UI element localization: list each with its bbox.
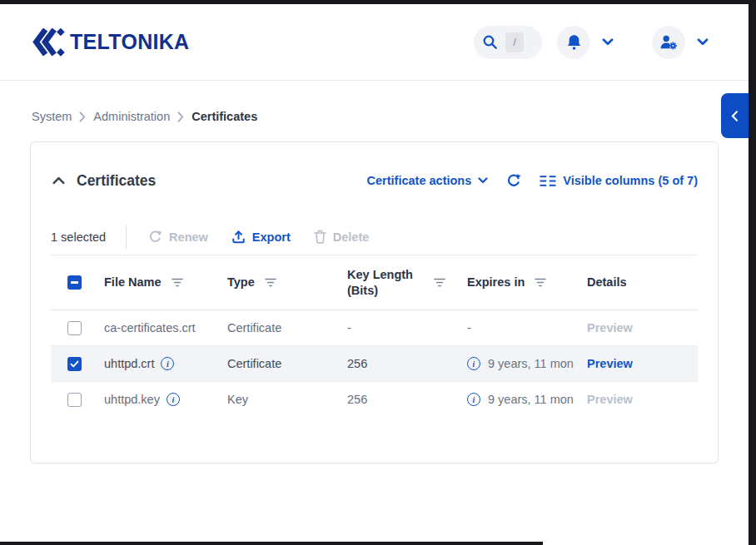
renew-label: Renew bbox=[169, 230, 208, 244]
row-checkbox-checked[interactable] bbox=[67, 357, 82, 371]
export-button[interactable]: Export bbox=[231, 230, 291, 245]
certificate-actions-label: Certificate actions bbox=[367, 174, 472, 187]
select-all-checkbox[interactable] bbox=[67, 275, 82, 290]
cell-key-length: 256 bbox=[347, 357, 467, 370]
card-header: Certificates Certificate actions bbox=[51, 164, 698, 197]
table-header-row: File Name Type bbox=[51, 255, 698, 310]
window-frame-right bbox=[749, 0, 756, 545]
filter-icon bbox=[265, 278, 276, 287]
user-gear-icon bbox=[659, 34, 678, 51]
col-header-file-name: File Name bbox=[104, 275, 162, 290]
window-frame-bottom bbox=[0, 542, 543, 545]
delete-label: Delete bbox=[333, 230, 370, 244]
cell-expires-in: 9 years, 11 mon bbox=[488, 393, 574, 406]
filter-icon bbox=[434, 278, 445, 287]
card-collapse-toggle[interactable] bbox=[51, 175, 67, 186]
account-button[interactable] bbox=[652, 26, 685, 59]
notifications-dropdown-toggle[interactable] bbox=[599, 35, 617, 49]
col-header-type: Type bbox=[227, 275, 255, 290]
cell-expires-in: 9 years, 11 mon bbox=[488, 357, 574, 370]
cell-expires-in: - bbox=[467, 321, 587, 334]
check-icon bbox=[70, 360, 79, 368]
window-frame-top bbox=[0, 0, 756, 4]
cell-file-name: uhttpd.crt bbox=[104, 357, 154, 370]
certificate-actions-button[interactable]: Certificate actions bbox=[367, 174, 489, 187]
visible-columns-label: Visible columns (5 of 7) bbox=[563, 174, 698, 187]
refresh-button[interactable] bbox=[506, 173, 521, 188]
bell-icon bbox=[565, 34, 583, 51]
chevron-down-icon bbox=[697, 38, 709, 46]
col-header-details: Details bbox=[587, 275, 627, 290]
app-header: TELTONIKA / bbox=[0, 4, 749, 81]
filter-key-length-button[interactable] bbox=[432, 276, 447, 289]
search-icon bbox=[482, 34, 498, 50]
teltonika-logo-mark bbox=[32, 28, 70, 57]
card-title: Certificates bbox=[77, 172, 156, 190]
info-icon[interactable]: i bbox=[467, 393, 480, 406]
toolbar-divider bbox=[126, 225, 127, 249]
teltonika-logo: TELTONIKA bbox=[32, 28, 189, 57]
row-checkbox[interactable] bbox=[67, 321, 82, 335]
filter-icon bbox=[535, 278, 546, 287]
info-icon[interactable]: i bbox=[167, 393, 180, 406]
columns-icon bbox=[540, 175, 556, 187]
breadcrumb: System Administration Certificates bbox=[32, 110, 257, 123]
certificates-table: File Name Type bbox=[51, 255, 698, 417]
filter-type-button[interactable] bbox=[263, 276, 278, 289]
cell-file-name: ca-certificates.crt bbox=[104, 321, 227, 334]
chevron-right-icon bbox=[79, 111, 86, 122]
col-header-key-length: Key Length (Bits) bbox=[347, 267, 424, 297]
breadcrumb-current: Certificates bbox=[191, 110, 257, 123]
cell-file-name: uhttpd.key bbox=[104, 393, 160, 406]
preview-link[interactable]: Preview bbox=[587, 357, 633, 370]
table-row: uhttpd.key i Key 256 i 9 years, 11 mon P… bbox=[51, 382, 698, 417]
search-shortcut-badge: / bbox=[505, 32, 524, 52]
cell-key-length: - bbox=[347, 321, 467, 334]
filter-icon bbox=[172, 278, 183, 287]
info-icon[interactable]: i bbox=[467, 357, 480, 370]
preview-link[interactable]: Preview bbox=[587, 393, 633, 406]
account-dropdown-toggle[interactable] bbox=[694, 35, 712, 49]
breadcrumb-system[interactable]: System bbox=[32, 110, 72, 123]
row-checkbox[interactable] bbox=[67, 393, 82, 407]
cell-type: Certificate bbox=[227, 321, 347, 334]
selection-toolbar: 1 selected Renew Export bbox=[51, 219, 698, 255]
notifications-button[interactable] bbox=[557, 26, 590, 59]
preview-link[interactable]: Preview bbox=[587, 321, 633, 334]
export-icon bbox=[231, 230, 246, 245]
table-row-selected: uhttpd.crt i Certificate 256 i 9 years, … bbox=[51, 346, 698, 382]
delete-button[interactable]: Delete bbox=[314, 230, 370, 244]
filter-expires-in-button[interactable] bbox=[533, 276, 548, 289]
renew-button[interactable]: Renew bbox=[148, 230, 208, 244]
chevron-down-icon bbox=[602, 38, 614, 46]
cell-type: Certificate bbox=[227, 357, 347, 370]
trash-icon bbox=[314, 230, 326, 244]
indeterminate-mark bbox=[71, 281, 78, 283]
info-icon[interactable]: i bbox=[161, 357, 174, 370]
certificates-card: Certificates Certificate actions bbox=[30, 141, 719, 463]
export-label: Export bbox=[252, 230, 291, 244]
panel-collapse-button[interactable] bbox=[721, 93, 749, 138]
breadcrumb-administration[interactable]: Administration bbox=[93, 110, 170, 123]
filter-file-name-button[interactable] bbox=[170, 276, 185, 289]
chevron-down-icon bbox=[478, 177, 488, 184]
col-header-expires-in: Expires in bbox=[467, 275, 525, 290]
chevron-up-icon bbox=[52, 176, 65, 185]
header-controls: / bbox=[474, 26, 712, 59]
cell-type: Key bbox=[227, 393, 347, 406]
chevron-left-icon bbox=[731, 111, 739, 121]
chevron-right-icon bbox=[177, 111, 184, 122]
search-button[interactable]: / bbox=[474, 26, 542, 59]
cell-key-length: 256 bbox=[347, 393, 467, 406]
selected-count: 1 selected bbox=[51, 230, 106, 244]
renew-icon bbox=[148, 230, 162, 244]
table-row: ca-certificates.crt Certificate - - Prev… bbox=[51, 310, 698, 346]
logo-wordmark: TELTONIKA bbox=[70, 30, 189, 54]
refresh-icon bbox=[506, 173, 521, 188]
visible-columns-button[interactable]: Visible columns (5 of 7) bbox=[540, 174, 698, 187]
